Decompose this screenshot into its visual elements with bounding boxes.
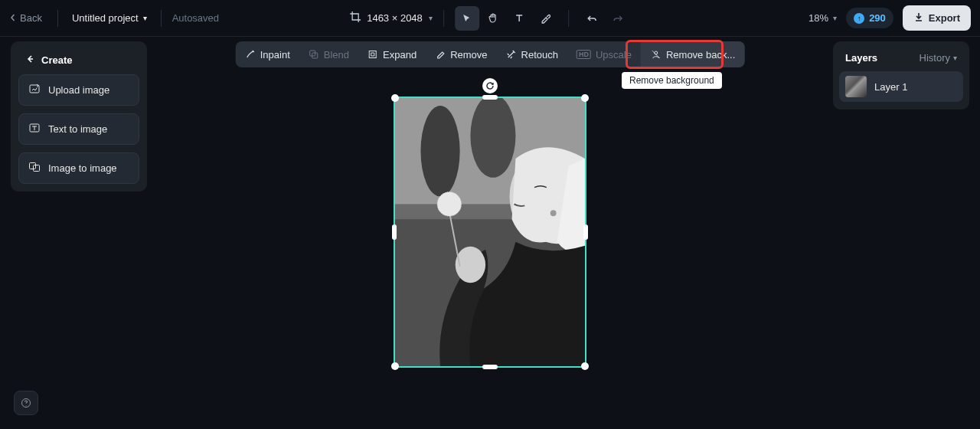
autosaved-status: Autosaved: [172, 12, 219, 24]
topbar: Back Untitled project ▾ Autosaved 1463 ×…: [0, 0, 980, 37]
dimensions-text: 1463 × 2048: [367, 12, 423, 24]
refresh-badge[interactable]: [482, 78, 498, 93]
layer-item[interactable]: Layer 1: [839, 71, 963, 102]
layers-panel-header: Layers History ▾: [839, 49, 963, 71]
layer-thumbnail: [845, 76, 867, 97]
export-label: Export: [929, 12, 960, 24]
back-label: Back: [20, 12, 42, 24]
project-name-text: Untitled project: [72, 12, 139, 24]
credits-pill[interactable]: ↑ 290: [846, 8, 893, 28]
hand-tool[interactable]: [481, 6, 505, 31]
text-tool[interactable]: [507, 6, 531, 31]
credits-icon: ↑: [854, 13, 864, 24]
selected-image-frame[interactable]: [394, 97, 586, 368]
eyedropper-tool[interactable]: [533, 6, 557, 31]
svg-point-11: [470, 98, 515, 178]
separator: [57, 10, 58, 27]
separator: [161, 10, 162, 27]
crop-icon: [350, 11, 361, 25]
cursor-tool[interactable]: [455, 6, 479, 31]
canvas-dimensions-dropdown[interactable]: 1463 × 2048 ▾: [350, 11, 433, 25]
chevron-down-icon: ▾: [953, 54, 957, 62]
chevron-left-icon: [9, 12, 17, 24]
resize-handle-top[interactable]: [482, 95, 498, 100]
download-icon: [913, 11, 924, 25]
layers-panel: Layers History ▾ Layer 1: [833, 41, 969, 110]
undo-button[interactable]: [580, 6, 604, 31]
history-group: [580, 6, 630, 31]
redo-button[interactable]: [606, 6, 630, 31]
resize-handle-bl[interactable]: [391, 362, 399, 370]
project-name-dropdown[interactable]: Untitled project ▾: [66, 9, 153, 27]
svg-point-18: [550, 210, 557, 216]
topbar-right: 18% ▾ ↑ 290 Export: [808, 5, 971, 31]
resize-handle-right[interactable]: [583, 224, 588, 240]
export-button[interactable]: Export: [903, 5, 971, 31]
remove-background-tooltip: Remove background: [622, 72, 722, 89]
separator: [443, 10, 444, 27]
tool-group: [455, 6, 557, 31]
help-icon: [21, 398, 31, 408]
svg-point-10: [420, 106, 459, 197]
image-content: [395, 98, 585, 366]
chevron-down-icon: ▾: [143, 14, 147, 22]
resize-handle-left[interactable]: [392, 224, 397, 240]
topbar-center: 1463 × 2048 ▾: [350, 0, 630, 37]
resize-handle-bottom[interactable]: [482, 365, 498, 369]
credits-value: 290: [869, 12, 886, 24]
separator: [568, 10, 569, 27]
layers-title: Layers: [845, 52, 877, 64]
layer-name: Layer 1: [874, 81, 907, 93]
chevron-down-icon: ▾: [833, 14, 837, 22]
zoom-value: 18%: [808, 12, 828, 24]
resize-handle-tr[interactable]: [581, 94, 589, 102]
zoom-dropdown[interactable]: 18% ▾: [808, 12, 837, 24]
help-button[interactable]: [14, 391, 38, 415]
chevron-down-icon: ▾: [429, 14, 433, 22]
history-label: History: [920, 52, 950, 64]
history-dropdown[interactable]: History ▾: [920, 52, 957, 64]
resize-handle-tl[interactable]: [391, 94, 399, 102]
back-button[interactable]: Back: [9, 12, 50, 24]
resize-handle-br[interactable]: [581, 362, 589, 370]
